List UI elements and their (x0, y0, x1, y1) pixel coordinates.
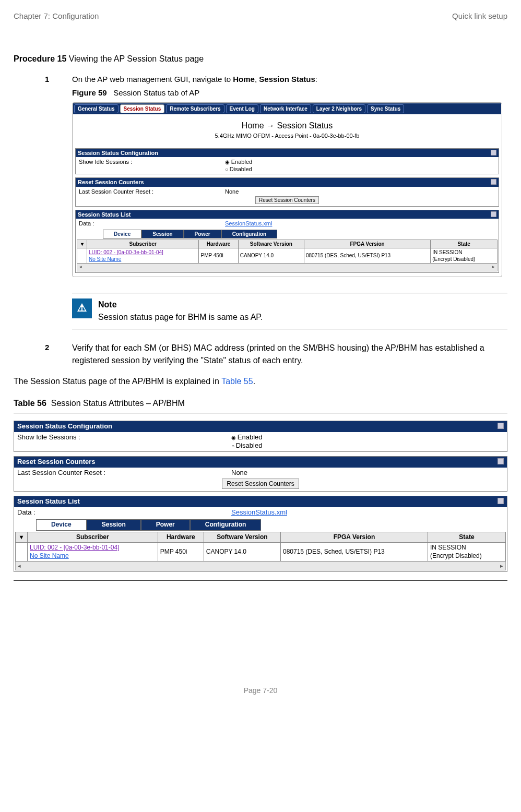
device-table: ▾ Subscriber Hardware Software Version F… (77, 240, 498, 264)
sort-icon[interactable]: ▾ (77, 240, 87, 248)
horizontal-scrollbar-2[interactable]: ◂▸ (15, 562, 506, 570)
data-label-2: Data : (15, 508, 231, 517)
subscriber-link-2[interactable]: LUID: 002 - [0a-00-3e-bb-01-04] (30, 544, 119, 551)
sort-icon[interactable]: ▾ (16, 532, 28, 543)
session-status-config-2: Session Status Configuration Show Idle S… (14, 421, 507, 452)
data-label: Data : (77, 220, 225, 227)
device-table-2: ▾ Subscriber Hardware Software Version F… (15, 532, 506, 562)
figure-59-panel: General Status Session Status Remote Sub… (72, 102, 502, 277)
session-status-config: Session Status Configuration Show Idle S… (75, 148, 499, 175)
subtab-power-2[interactable]: Power (141, 519, 190, 531)
tab-layer2-neighbors[interactable]: Layer 2 Neighbors (313, 104, 365, 113)
site-name-link[interactable]: No Site Name (89, 256, 121, 262)
collapse-icon[interactable] (498, 498, 504, 504)
collapse-icon[interactable] (498, 423, 504, 429)
data-xml-link[interactable]: SessionStatus.xml (225, 220, 272, 226)
tab-bar: General Status Session Status Remote Sub… (73, 103, 501, 114)
reset-counters-button-2[interactable]: Reset Session Counters (222, 479, 299, 489)
step-2-number: 2 (45, 342, 72, 354)
data-xml-link-2[interactable]: SessionStatus.xml (231, 508, 287, 516)
tab-sync-status[interactable]: Sync Status (367, 104, 404, 113)
collapse-icon[interactable] (498, 458, 504, 464)
table-56-caption: Table 56 Session Status Attributes – AP/… (14, 397, 507, 410)
reset-session-counters-2: Reset Session Counters Last Session Coun… (14, 456, 507, 492)
table-55-link[interactable]: Table 55 (221, 377, 253, 386)
tab-general-status[interactable]: General Status (74, 104, 119, 113)
subtab-device-2[interactable]: Device (36, 519, 87, 531)
figure-caption: Figure 59 Session Status tab of AP (72, 87, 507, 99)
show-idle-label-2: Show Idle Sessions : (15, 433, 231, 451)
radio-enabled[interactable] (225, 159, 231, 165)
session-status-list-2: Session Status List Data : SessionStatus… (14, 496, 507, 572)
collapse-icon[interactable] (491, 179, 496, 185)
horizontal-scrollbar[interactable]: ◂▸ (77, 264, 498, 271)
last-reset-label-2: Last Session Counter Reset : (15, 469, 231, 477)
radio-enabled-2[interactable] (231, 433, 238, 441)
explanation-paragraph: The Session Status page of the AP/BHM is… (14, 375, 507, 388)
subtab-configuration[interactable]: Configuration (221, 230, 278, 238)
reset-counters-button[interactable]: Reset Session Counters (255, 196, 319, 204)
table-row: LUID: 002 - [0a-00-3e-bb-01-04]No Site N… (77, 248, 498, 263)
last-reset-label: Last Session Counter Reset : (77, 188, 225, 195)
note-icon (72, 298, 92, 318)
last-reset-value: None (225, 188, 498, 195)
table-row: LUID: 002 - [0a-00-3e-bb-01-04]No Site N… (16, 543, 506, 562)
tab-network-interface[interactable]: Network Interface (260, 104, 311, 113)
note-block: Note Session status page for BHM is same… (72, 293, 507, 329)
tab-event-log[interactable]: Event Log (226, 104, 258, 113)
radio-disabled-2[interactable] (231, 441, 236, 449)
last-reset-value-2: None (231, 469, 506, 477)
quicklink-label: Quick link setup (452, 10, 507, 22)
note-body: Session status page for BHM is same as A… (98, 311, 263, 324)
subtab-power[interactable]: Power (184, 230, 221, 238)
step-1-number: 1 (45, 74, 72, 86)
step-2-text: Verify that for each SM (or BHS) MAC add… (72, 342, 507, 367)
radio-disabled[interactable] (225, 166, 230, 172)
chapter-label: Chapter 7: Configuration (14, 10, 99, 22)
subtab-configuration-2[interactable]: Configuration (190, 519, 262, 531)
site-name-link-2[interactable]: No Site Name (30, 552, 69, 559)
step-1-text: On the AP web management GUI, navigate t… (72, 75, 233, 83)
subtab-device[interactable]: Device (103, 230, 141, 238)
procedure-title: Procedure 15 Viewing the AP Session Stat… (14, 53, 507, 65)
reset-session-counters: Reset Session Counters Last Session Coun… (75, 177, 499, 207)
subtab-session[interactable]: Session (141, 230, 183, 238)
note-title: Note (98, 298, 263, 311)
tab-session-status[interactable]: Session Status (120, 104, 165, 113)
collapse-icon[interactable] (491, 150, 496, 156)
page-footer: Page 7-20 (14, 685, 507, 696)
subscriber-link[interactable]: LUID: 002 - [0a-00-3e-bb-01-04] (89, 249, 163, 255)
breadcrumb: Home → Session Status (73, 114, 501, 133)
subtab-session-2[interactable]: Session (87, 519, 141, 531)
collapse-icon[interactable] (491, 211, 496, 217)
session-status-list: Session Status List Data : SessionStatus… (75, 210, 499, 273)
table-56-panel: Session Status Configuration Show Idle S… (14, 413, 507, 581)
show-idle-label: Show Idle Sessions : (77, 158, 225, 173)
tab-remote-subscribers[interactable]: Remote Subscribers (166, 104, 224, 113)
breadcrumb-sub: 5.4GHz MIMO OFDM - Access Point - 0a-00-… (73, 132, 501, 145)
